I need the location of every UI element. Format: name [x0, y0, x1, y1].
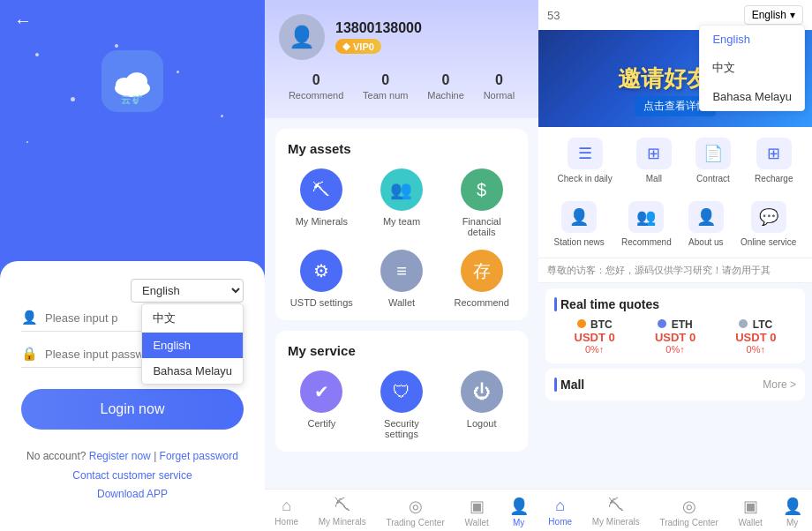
lang-option-chinese[interactable]: 中文	[142, 304, 243, 333]
contract-label: Contract	[696, 174, 730, 183]
recommend2-item[interactable]: 👥 Recommend	[621, 201, 672, 247]
main-lang-button[interactable]: English ▾	[744, 5, 803, 25]
main-nav-my[interactable]: 👤 My	[783, 497, 802, 527]
lang-option-malay[interactable]: Bahasa Melayu	[142, 358, 243, 384]
page-num: 53	[547, 9, 560, 22]
recharge-item[interactable]: ⊞ Recharge	[755, 138, 793, 183]
my-service-card: My service ✔ Certify 🛡 Security settings…	[275, 331, 528, 452]
login-button[interactable]: Login now	[21, 389, 244, 430]
logout-item[interactable]: ⏻ Logout	[447, 370, 515, 439]
recharge-icon: ⊞	[756, 138, 792, 169]
popup-lang-malay[interactable]: Bahasa Melayu	[700, 83, 804, 110]
recommend-item[interactable]: 存 Recommend	[447, 250, 515, 308]
main-top-bar: 53 English ▾ English 中文 Bahasa Melayu	[538, 0, 812, 30]
security-settings-item[interactable]: 🛡 Security settings	[368, 370, 436, 439]
main-home-label: Home	[548, 517, 572, 527]
financial-details-item[interactable]: $ Financial details	[447, 168, 515, 237]
my-assets-title: My assets	[288, 141, 515, 156]
stat-team-num: 0	[363, 72, 408, 88]
my-minerals-item[interactable]: ⛏ My Minerals	[288, 168, 356, 237]
register-link[interactable]: Register now	[89, 450, 151, 462]
eth-quote: ETH USDT 0 0%↑	[635, 318, 715, 355]
online-service-icon: 💬	[751, 201, 786, 233]
separator: |	[154, 450, 156, 462]
login-links: No account? Register now | Forget passwo…	[21, 447, 244, 505]
popup-lang-chinese[interactable]: 中文	[700, 53, 804, 83]
mall-item[interactable]: ⊞ Mall	[636, 138, 672, 183]
login-form: English 中文 Bahasa Melayu 中文 English Baha…	[0, 261, 265, 531]
stat-team: 0 Team num	[363, 72, 408, 101]
my-minerals-icon: ⛏	[300, 168, 342, 211]
nav-wallet[interactable]: ▣ Wallet	[464, 497, 488, 527]
forget-password-link[interactable]: Forget password	[160, 450, 238, 462]
main-trading-icon: ◎	[682, 497, 696, 516]
contact-link[interactable]: Contact customer service	[72, 469, 192, 482]
security-label: Security settings	[368, 418, 436, 439]
nav-my[interactable]: 👤 My	[509, 497, 529, 527]
download-link[interactable]: Download APP	[97, 488, 168, 500]
assets-bottom-nav: ⌂ Home ⛏ My Minerals ◎ Trading Center ▣ …	[265, 489, 538, 531]
my-team-item[interactable]: 👥 My team	[368, 168, 436, 237]
home-icon: ⌂	[282, 497, 291, 515]
language-selector-wrap: English 中文 Bahasa Melayu 中文 English Baha…	[21, 279, 244, 303]
stat-recommend: 0 Recommend	[289, 72, 343, 101]
login-top-bar: ←	[0, 0, 265, 41]
lock-icon: 🔒	[21, 346, 38, 362]
user-row: 👤 13800138000 ◆ VIP0	[279, 14, 524, 60]
popup-lang-english[interactable]: English	[700, 26, 804, 53]
language-dropdown: 中文 English Bahasa Melayu	[141, 303, 244, 385]
online-service-item[interactable]: 💬 Online service	[741, 201, 796, 247]
main-nav-home[interactable]: ⌂ Home	[548, 497, 572, 527]
service-icon-grid: ✔ Certify 🛡 Security settings ⏻ Logout	[288, 370, 515, 439]
ltc-name: LTC	[716, 318, 796, 331]
nav-trading[interactable]: ◎ Trading Center	[386, 497, 444, 527]
ustd-settings-item[interactable]: ⚙ USTD settings	[288, 250, 356, 308]
vip-label: VIP0	[353, 41, 374, 52]
main-nav-minerals[interactable]: ⛏ My Minerals	[592, 497, 640, 527]
stat-normal-num: 0	[484, 72, 515, 88]
eth-dot	[658, 319, 666, 328]
btc-change: 0%↑	[554, 344, 635, 355]
mall-more-link[interactable]: More >	[763, 378, 796, 391]
check-in-daily-item[interactable]: ☰ Check in daily	[558, 138, 613, 183]
stats-row: 0 Recommend 0 Team num 0 Machine 0 Norma…	[279, 72, 524, 101]
mall-icon: ⊞	[636, 138, 672, 169]
main-nav-wallet[interactable]: ▣ Wallet	[738, 497, 762, 527]
mall-quick-label: Mall	[646, 174, 662, 183]
user-icon: 👤	[21, 310, 38, 325]
recharge-label: Recharge	[755, 174, 793, 183]
my-team-icon: 👥	[380, 168, 423, 211]
stat-machine: 0 Machine	[427, 72, 464, 101]
btc-name: BTC	[554, 318, 635, 331]
nav-minerals[interactable]: ⛏ My Minerals	[319, 497, 366, 527]
main-lang-label: English	[752, 9, 786, 21]
assets-header: 👤 13800138000 ◆ VIP0 0 Recommend 0 Team …	[265, 0, 538, 118]
wallet-item[interactable]: ≡ Wallet	[368, 250, 436, 308]
ltc-change: 0%↑	[716, 344, 796, 355]
assets-panel: 👤 13800138000 ◆ VIP0 0 Recommend 0 Team …	[265, 0, 538, 531]
station-news-icon: 👤	[561, 201, 597, 233]
vip-badge: ◆ VIP0	[335, 39, 381, 54]
main-minerals-label: My Minerals	[592, 517, 640, 527]
check-in-label: Check in daily	[558, 174, 613, 183]
contract-item[interactable]: 📄 Contract	[695, 138, 731, 183]
language-select[interactable]: English 中文 Bahasa Melayu	[131, 279, 244, 303]
main-nav-trading[interactable]: ◎ Trading Center	[659, 497, 718, 527]
stat-machine-num: 0	[427, 72, 464, 88]
stat-team-label: Team num	[363, 90, 408, 101]
wallet-nav-icon: ▣	[470, 497, 485, 516]
station-news-item[interactable]: 👤 Station news	[554, 201, 605, 247]
my-assets-card: My assets ⛏ My Minerals 👥 My team $ Fina…	[275, 129, 528, 320]
logout-label: Logout	[467, 418, 497, 429]
mall-header: Mall More >	[554, 378, 796, 392]
ustd-icon: ⚙	[300, 250, 342, 292]
about-us-item[interactable]: 👤 About us	[688, 201, 724, 247]
wallet-nav-label: Wallet	[464, 518, 488, 527]
nav-home[interactable]: ⌂ Home	[274, 497, 298, 527]
certify-item[interactable]: ✔ Certify	[288, 370, 356, 439]
stat-recommend-label: Recommend	[289, 90, 343, 101]
stat-normal-label: Normal	[484, 90, 515, 101]
back-arrow-icon[interactable]: ←	[14, 11, 32, 31]
lang-option-english[interactable]: English	[142, 333, 243, 358]
main-panel: 53 English ▾ English 中文 Bahasa Melayu 邀请…	[538, 0, 812, 531]
